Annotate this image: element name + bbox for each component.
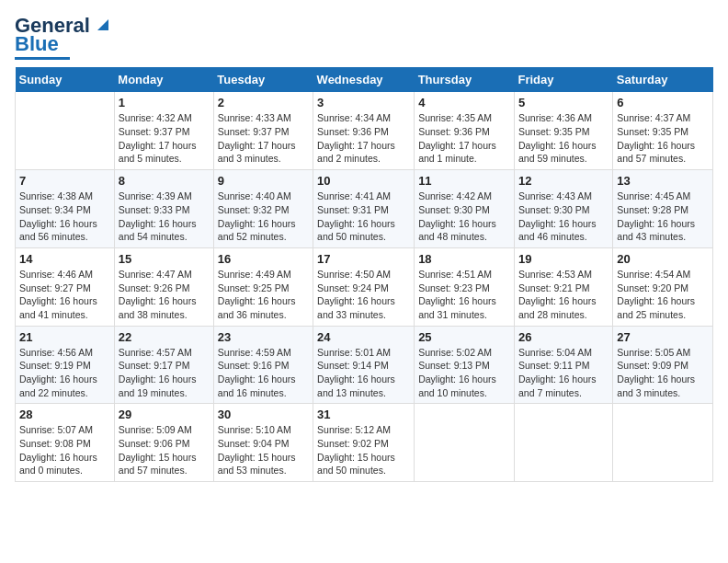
cell-info: Sunrise: 4:32 AM Sunset: 9:37 PM Dayligh… (119, 111, 210, 166)
day-number: 1 (119, 96, 210, 109)
calendar-table: SundayMondayTuesdayWednesdayThursdayFrid… (15, 67, 713, 482)
cell-info: Sunrise: 4:34 AM Sunset: 9:36 PM Dayligh… (317, 111, 410, 166)
day-number: 9 (218, 174, 309, 188)
calendar-cell: 23Sunrise: 4:59 AM Sunset: 9:16 PM Dayli… (213, 326, 313, 404)
day-number: 24 (317, 330, 410, 344)
calendar-cell: 21Sunrise: 4:56 AM Sunset: 9:19 PM Dayli… (16, 326, 115, 404)
cell-info: Sunrise: 4:43 AM Sunset: 9:30 PM Dayligh… (518, 190, 609, 244)
day-number: 30 (218, 408, 309, 421)
calendar-cell: 9Sunrise: 4:40 AM Sunset: 9:32 PM Daylig… (213, 170, 313, 248)
calendar-cell (415, 404, 515, 482)
calendar-cell: 24Sunrise: 5:01 AM Sunset: 9:14 PM Dayli… (313, 326, 415, 404)
calendar-cell: 4Sunrise: 4:35 AM Sunset: 9:36 PM Daylig… (415, 92, 515, 169)
week-row-3: 14Sunrise: 4:46 AM Sunset: 9:27 PM Dayli… (16, 247, 713, 326)
day-number: 18 (418, 252, 510, 266)
calendar-cell: 5Sunrise: 4:36 AM Sunset: 9:35 PM Daylig… (514, 92, 612, 169)
day-number: 7 (19, 174, 110, 188)
cell-info: Sunrise: 5:09 AM Sunset: 9:06 PM Dayligh… (119, 423, 210, 477)
calendar-cell: 31Sunrise: 5:12 AM Sunset: 9:02 PM Dayli… (313, 404, 415, 482)
calendar-cell: 10Sunrise: 4:41 AM Sunset: 9:31 PM Dayli… (313, 170, 415, 248)
day-number: 17 (317, 252, 410, 266)
day-number: 10 (317, 174, 410, 188)
cell-info: Sunrise: 5:12 AM Sunset: 9:02 PM Dayligh… (317, 423, 410, 477)
day-number: 21 (19, 330, 110, 344)
day-number: 22 (119, 330, 210, 344)
day-number: 27 (617, 330, 709, 344)
calendar-cell: 19Sunrise: 4:53 AM Sunset: 9:21 PM Dayli… (514, 247, 612, 326)
svg-marker-0 (97, 19, 108, 30)
logo-blue-text: Blue (15, 33, 59, 55)
calendar-cell: 18Sunrise: 4:51 AM Sunset: 9:23 PM Dayli… (415, 247, 515, 326)
calendar-cell: 6Sunrise: 4:37 AM Sunset: 9:35 PM Daylig… (613, 92, 713, 169)
day-number: 15 (119, 252, 210, 266)
cell-info: Sunrise: 4:40 AM Sunset: 9:32 PM Dayligh… (218, 190, 309, 244)
day-number: 3 (317, 96, 410, 109)
logo: General Blue (15, 15, 112, 60)
cell-info: Sunrise: 4:49 AM Sunset: 9:25 PM Dayligh… (218, 268, 309, 322)
calendar-cell: 8Sunrise: 4:39 AM Sunset: 9:33 PM Daylig… (114, 170, 213, 248)
day-number: 11 (418, 174, 510, 188)
calendar-cell: 13Sunrise: 4:45 AM Sunset: 9:28 PM Dayli… (613, 170, 713, 248)
cell-info: Sunrise: 4:42 AM Sunset: 9:30 PM Dayligh… (418, 190, 510, 244)
cell-info: Sunrise: 4:39 AM Sunset: 9:33 PM Dayligh… (119, 190, 210, 244)
week-row-2: 7Sunrise: 4:38 AM Sunset: 9:34 PM Daylig… (16, 170, 713, 248)
calendar-cell: 7Sunrise: 4:38 AM Sunset: 9:34 PM Daylig… (16, 170, 115, 248)
header-sunday: Sunday (16, 67, 115, 92)
cell-info: Sunrise: 4:56 AM Sunset: 9:19 PM Dayligh… (19, 346, 110, 400)
calendar-cell: 22Sunrise: 4:57 AM Sunset: 9:17 PM Dayli… (114, 326, 213, 404)
cell-info: Sunrise: 5:04 AM Sunset: 9:11 PM Dayligh… (518, 346, 609, 400)
week-row-1: 1Sunrise: 4:32 AM Sunset: 9:37 PM Daylig… (16, 92, 713, 169)
day-number: 31 (317, 408, 410, 421)
calendar-cell: 26Sunrise: 5:04 AM Sunset: 9:11 PM Dayli… (514, 326, 612, 404)
day-number: 5 (518, 96, 609, 109)
header-wednesday: Wednesday (313, 67, 415, 92)
calendar-cell: 28Sunrise: 5:07 AM Sunset: 9:08 PM Dayli… (16, 404, 115, 482)
day-number: 6 (617, 96, 709, 109)
calendar-cell (613, 404, 713, 482)
calendar-cell: 2Sunrise: 4:33 AM Sunset: 9:37 PM Daylig… (213, 92, 313, 169)
day-number: 16 (218, 252, 309, 266)
week-row-5: 28Sunrise: 5:07 AM Sunset: 9:08 PM Dayli… (16, 404, 713, 482)
header-saturday: Saturday (613, 67, 713, 92)
day-number: 2 (218, 96, 309, 109)
cell-info: Sunrise: 4:47 AM Sunset: 9:26 PM Dayligh… (119, 268, 210, 322)
day-number: 20 (617, 252, 709, 266)
cell-info: Sunrise: 4:46 AM Sunset: 9:27 PM Dayligh… (19, 268, 110, 322)
header-monday: Monday (114, 67, 213, 92)
calendar-cell: 12Sunrise: 4:43 AM Sunset: 9:30 PM Dayli… (514, 170, 612, 248)
cell-info: Sunrise: 4:53 AM Sunset: 9:21 PM Dayligh… (518, 268, 609, 322)
day-number: 23 (218, 330, 309, 344)
day-number: 12 (518, 174, 609, 188)
calendar-cell: 25Sunrise: 5:02 AM Sunset: 9:13 PM Dayli… (415, 326, 515, 404)
cell-info: Sunrise: 4:33 AM Sunset: 9:37 PM Dayligh… (218, 111, 309, 166)
calendar-header-row: SundayMondayTuesdayWednesdayThursdayFrid… (16, 67, 713, 92)
cell-info: Sunrise: 4:59 AM Sunset: 9:16 PM Dayligh… (218, 346, 309, 400)
calendar-cell: 14Sunrise: 4:46 AM Sunset: 9:27 PM Dayli… (16, 247, 115, 326)
day-number: 19 (518, 252, 609, 266)
day-number: 14 (19, 252, 110, 266)
cell-info: Sunrise: 4:37 AM Sunset: 9:35 PM Dayligh… (617, 111, 709, 166)
calendar-cell: 30Sunrise: 5:10 AM Sunset: 9:04 PM Dayli… (213, 404, 313, 482)
cell-info: Sunrise: 4:51 AM Sunset: 9:23 PM Dayligh… (418, 268, 510, 322)
calendar-cell: 29Sunrise: 5:09 AM Sunset: 9:06 PM Dayli… (114, 404, 213, 482)
day-number: 29 (119, 408, 210, 421)
day-number: 13 (617, 174, 709, 188)
day-number: 26 (518, 330, 609, 344)
logo-triangle-icon (92, 14, 112, 34)
cell-info: Sunrise: 4:50 AM Sunset: 9:24 PM Dayligh… (317, 268, 410, 322)
cell-info: Sunrise: 4:38 AM Sunset: 9:34 PM Dayligh… (19, 190, 110, 244)
calendar-cell: 3Sunrise: 4:34 AM Sunset: 9:36 PM Daylig… (313, 92, 415, 169)
cell-info: Sunrise: 4:35 AM Sunset: 9:36 PM Dayligh… (418, 111, 510, 166)
calendar-cell (16, 92, 115, 169)
cell-info: Sunrise: 5:10 AM Sunset: 9:04 PM Dayligh… (218, 423, 309, 477)
day-number: 8 (119, 174, 210, 188)
day-number: 28 (19, 408, 110, 421)
cell-info: Sunrise: 5:05 AM Sunset: 9:09 PM Dayligh… (617, 346, 709, 400)
calendar-cell: 15Sunrise: 4:47 AM Sunset: 9:26 PM Dayli… (114, 247, 213, 326)
calendar-cell: 16Sunrise: 4:49 AM Sunset: 9:25 PM Dayli… (213, 247, 313, 326)
day-number: 25 (418, 330, 510, 344)
header: General Blue (15, 15, 713, 60)
calendar-cell: 17Sunrise: 4:50 AM Sunset: 9:24 PM Dayli… (313, 247, 415, 326)
header-tuesday: Tuesday (213, 67, 313, 92)
cell-info: Sunrise: 5:07 AM Sunset: 9:08 PM Dayligh… (19, 423, 110, 477)
